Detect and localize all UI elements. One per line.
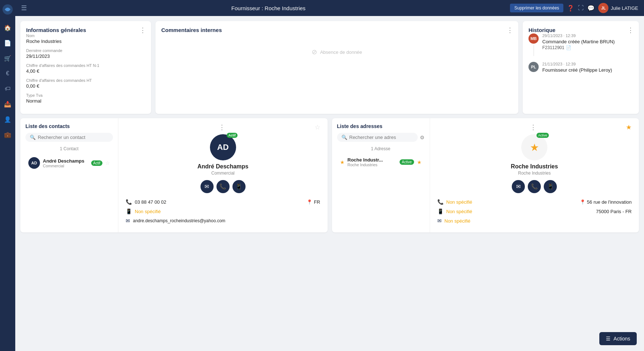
topbar: ☰ Fournisseur : Roche Industries Supprim…: [15, 0, 644, 16]
contact-email-val: andre.deschamps_rocheindustries@yahoo.co…: [133, 218, 225, 223]
comments-card-menu[interactable]: ⋮: [507, 26, 513, 34]
address-list-item[interactable]: ★ Roche Industr... Roche Industries Acti…: [337, 155, 425, 169]
contacts-card-menu[interactable]: ⋮: [219, 123, 225, 131]
info-field-ca-n1: Chiffre d'affaires des commandes HT N-1 …: [26, 63, 145, 74]
location-icon: 📍: [307, 199, 312, 205]
actions-button[interactable]: ☰ Actions: [599, 332, 637, 345]
top-row: Informations générales ⋮ Nom Roche Indus…: [20, 21, 639, 114]
contact-phone-val: 03 88 47 00 02: [135, 199, 166, 205]
history-date-1: 29/11/2023 · 12:39: [542, 33, 615, 38]
sidebar: 🏠 📄 🛒 € 🏷 📥 👤 💼: [0, 0, 15, 351]
address-search-input[interactable]: [349, 135, 400, 140]
info-label-tva: Type Tva: [26, 93, 145, 97]
app-logo[interactable]: [2, 4, 13, 15]
address-fav-icon[interactable]: ★: [417, 159, 422, 165]
main-area: ☰ Fournisseur : Roche Industries Supprim…: [15, 0, 644, 351]
help-icon[interactable]: ❓: [567, 5, 574, 12]
info-field-ca-ht: Chiffre d'affaires des commandes HT 0,00…: [26, 78, 145, 89]
contact-phone-button[interactable]: 📞: [216, 180, 230, 193]
info-value-ca-n1: 4,00 €: [26, 68, 145, 74]
addr-email-icon: ✉: [437, 218, 442, 224]
contact-name: André Deschamps: [43, 158, 88, 164]
addr-location-icon: 📍: [580, 199, 586, 205]
sidebar-item-document[interactable]: 📄: [1, 36, 14, 49]
contact-mobile-button[interactable]: 📱: [232, 180, 246, 193]
address-detail-badge: Active: [536, 133, 549, 138]
actions-icon: ☰: [606, 336, 611, 342]
footer-actions: ☰ Actions: [599, 332, 637, 345]
address-detail-sub: Roche Industries: [518, 171, 551, 176]
search-icon: 🔍: [30, 135, 36, 140]
addr-phone-icon: 📞: [437, 199, 443, 205]
address-star-icon[interactable]: ★: [340, 159, 345, 165]
info-label-nom: Nom: [26, 33, 145, 38]
sidebar-item-tag[interactable]: 🏷: [1, 82, 14, 95]
topbar-actions: Supprimer les données ❓ ⛶ 💬 JL Julie LAT…: [510, 3, 638, 13]
address-email-button[interactable]: ✉: [512, 180, 525, 193]
history-item-1: MB 29/11/2023 · 12:39 Commande créée (Ma…: [528, 33, 633, 56]
contact-detail-name: André Deschamps: [198, 163, 249, 170]
contact-search-input[interactable]: [38, 135, 89, 140]
info-card-title: Informations générales: [26, 27, 86, 33]
sidebar-item-person[interactable]: 👤: [1, 113, 14, 126]
contact-detail-panel: ☆ AD Actif André Deschamps Commercial ✉ …: [118, 118, 328, 232]
page-title: Fournisseur : Roche Industries: [31, 5, 506, 11]
contact-search-box: 🔍: [25, 133, 113, 142]
address-detail-star-icon[interactable]: ★: [626, 123, 632, 131]
addresses-card-menu[interactable]: ⋮: [530, 123, 536, 131]
no-data-message: ⊘ Absence de donnée: [161, 33, 513, 71]
info-value-tva: Normal: [26, 98, 145, 104]
history-card-title: Historique: [528, 27, 555, 33]
fullscreen-icon[interactable]: ⛶: [578, 5, 584, 11]
contact-detail-avatar: AD Actif: [210, 134, 236, 160]
history-card-menu[interactable]: ⋮: [627, 26, 634, 34]
address-detail-panel: ★ ★ Active Roche Industries Roche Indust…: [430, 118, 639, 232]
message-icon[interactable]: 💬: [587, 5, 595, 12]
contact-star-icon[interactable]: ☆: [105, 160, 110, 166]
history-item-2: PL 21/11/2023 · 12:39 Fournisseur créé (…: [528, 62, 633, 73]
contacts-card: Liste des contacts ⋮ 🔍 1 Contact AD Andr…: [20, 118, 328, 232]
comments-card: Commentaires internes ⋮ ⊘ Absence de don…: [155, 21, 518, 114]
contact-mobile-row: 📱 Non spécifié: [126, 208, 320, 214]
history-content-2: 21/11/2023 · 12:39 Fournisseur créé (Phi…: [542, 62, 612, 73]
contact-country-val: 📍 FR: [307, 199, 320, 205]
address-badge: Active: [400, 159, 414, 165]
sidebar-item-inbox[interactable]: 📥: [1, 97, 14, 111]
contact-detail-star-icon[interactable]: ☆: [315, 123, 320, 131]
contacts-card-title: Liste des contacts: [25, 123, 113, 129]
address-search-box: 🔍: [337, 133, 418, 142]
info-field-nom: Nom Roche Industries: [26, 33, 145, 44]
addresses-count: 1 Adresse: [337, 146, 425, 151]
history-card: Historique ⋮ MB 29/11/2023 · 12:39 Comma…: [523, 21, 639, 114]
info-label-ca-n1: Chiffre d'affaires des commandes HT N-1: [26, 63, 145, 68]
no-data-text: Absence de donnée: [320, 49, 362, 55]
info-value-ca-ht: 0,00 €: [26, 83, 145, 89]
sidebar-item-briefcase[interactable]: 💼: [1, 128, 14, 141]
address-mobile-button[interactable]: 📱: [544, 180, 557, 193]
content-area: Informations générales ⋮ Nom Roche Indus…: [15, 16, 644, 351]
addresses-card-title: Liste des adresses: [337, 123, 425, 129]
address-mobile-row: 📱 Non spécifié 75000 Paris - FR: [437, 208, 632, 214]
contact-email-button[interactable]: ✉: [201, 180, 214, 193]
history-text-2: Fournisseur créé (Philippe Leroy): [542, 67, 612, 73]
addresses-card: Liste des adresses ⋮ 🔍 ⚙ 1 Adresse ★ Roc: [332, 118, 639, 232]
address-phone-button[interactable]: 📞: [528, 180, 541, 193]
info-card: Informations générales ⋮ Nom Roche Indus…: [20, 21, 151, 114]
sidebar-item-home[interactable]: 🏠: [1, 21, 14, 34]
info-card-menu[interactable]: ⋮: [139, 26, 146, 34]
addr-mobile-icon: 📱: [437, 208, 443, 214]
user-avatar: JL: [598, 3, 608, 13]
filter-icon[interactable]: ⚙: [420, 135, 425, 140]
user-info[interactable]: JL Julie LATIGE: [598, 3, 638, 13]
info-field-tva: Type Tva Normal: [26, 93, 145, 104]
document-icon[interactable]: 📄: [566, 45, 571, 50]
delete-data-button[interactable]: Supprimer les données: [510, 4, 563, 12]
sidebar-item-cart[interactable]: 🛒: [1, 52, 14, 65]
contact-list-item[interactable]: AD André Deschamps Commercial Actif ☆: [25, 155, 113, 171]
address-action-buttons: ✉ 📞 📱: [512, 180, 557, 193]
comments-card-title: Commentaires internes: [161, 27, 222, 33]
history-content-1: 29/11/2023 · 12:39 Commande créée (Marti…: [542, 33, 615, 56]
sidebar-item-finance[interactable]: €: [1, 67, 14, 80]
contacts-count: 1 Contact: [25, 146, 113, 151]
menu-icon[interactable]: ☰: [21, 4, 27, 12]
